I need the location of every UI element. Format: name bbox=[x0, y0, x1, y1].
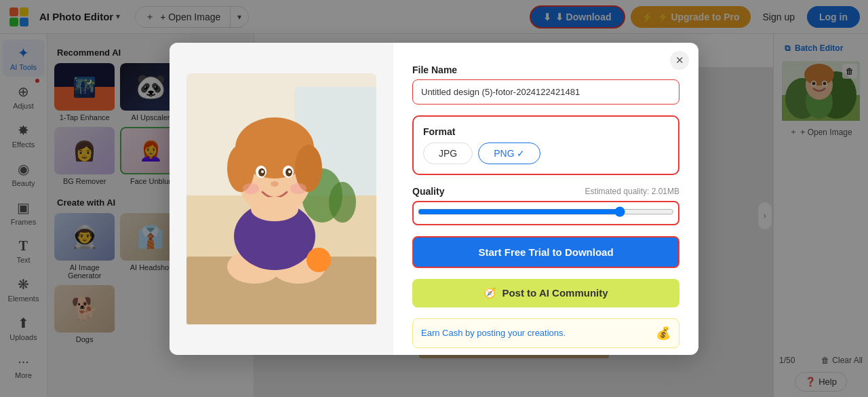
quality-row: Quality Estimated quality: 2.01MB bbox=[412, 186, 679, 197]
svg-point-62 bbox=[307, 248, 331, 272]
svg-point-58 bbox=[290, 183, 307, 194]
format-section: Format JPG PNG ✓ bbox=[412, 115, 679, 175]
modal-close-button[interactable]: ✕ bbox=[670, 51, 689, 70]
file-name-section: File Name bbox=[412, 64, 679, 105]
earn-cash-icon: 💰 bbox=[656, 326, 671, 341]
svg-point-56 bbox=[271, 181, 279, 187]
quality-slider[interactable] bbox=[418, 206, 674, 217]
post-community-label: Post to AI Community bbox=[502, 287, 608, 299]
download-trial-label: Start Free Trial to Download bbox=[478, 246, 613, 258]
format-buttons: JPG PNG ✓ bbox=[423, 143, 669, 164]
close-icon: ✕ bbox=[675, 54, 684, 67]
download-modal: ✕ bbox=[170, 43, 698, 355]
svg-point-55 bbox=[288, 170, 291, 173]
earn-cash-text: Earn Cash by posting your creations. bbox=[421, 328, 566, 338]
modal-preview-area bbox=[170, 43, 393, 355]
file-name-input[interactable] bbox=[412, 79, 679, 105]
modal-controls: File Name Format JPG PNG ✓ Quality Estim… bbox=[393, 43, 698, 355]
format-png-button[interactable]: PNG ✓ bbox=[478, 143, 540, 164]
svg-point-54 bbox=[261, 170, 264, 173]
post-community-button[interactable]: 🧭 Post to AI Community bbox=[412, 279, 679, 307]
quality-size: Estimated quality: 2.01MB bbox=[585, 187, 679, 196]
file-name-label: File Name bbox=[412, 64, 679, 75]
format-jpg-button[interactable]: JPG bbox=[423, 143, 473, 164]
earn-cash-banner: Earn Cash by posting your creations. 💰 bbox=[412, 318, 679, 348]
svg-point-45 bbox=[329, 182, 356, 223]
quality-label: Quality bbox=[412, 186, 444, 197]
svg-point-63 bbox=[251, 197, 298, 221]
modal-preview-svg bbox=[186, 73, 376, 324]
modal-overlay: ✕ bbox=[0, 0, 868, 397]
format-label: Format bbox=[423, 126, 669, 137]
quality-slider-container bbox=[412, 201, 679, 225]
svg-point-57 bbox=[243, 183, 259, 194]
quality-section: Quality Estimated quality: 2.01MB bbox=[412, 186, 679, 225]
start-free-trial-button[interactable]: Start Free Trial to Download bbox=[412, 236, 679, 268]
compass-icon: 🧭 bbox=[484, 287, 496, 299]
